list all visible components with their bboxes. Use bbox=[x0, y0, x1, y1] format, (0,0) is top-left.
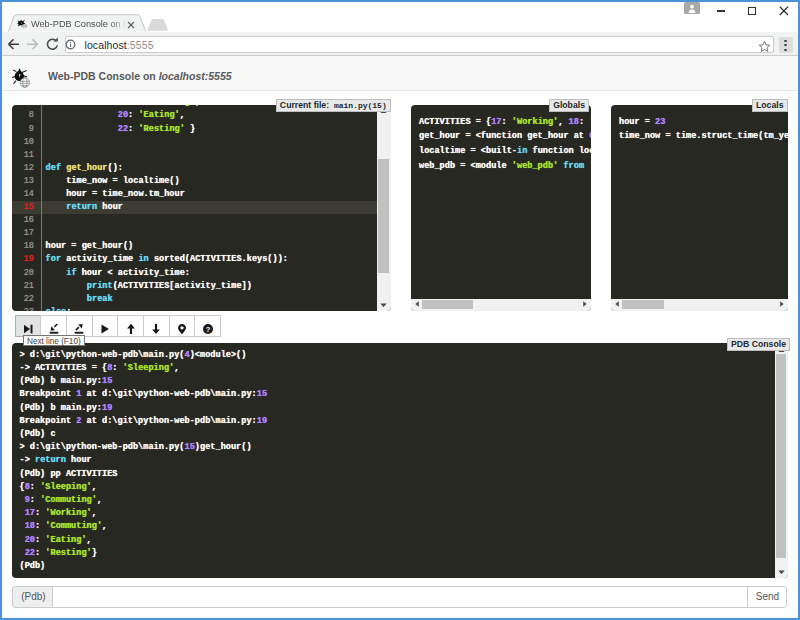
svg-text:?: ? bbox=[205, 324, 210, 333]
